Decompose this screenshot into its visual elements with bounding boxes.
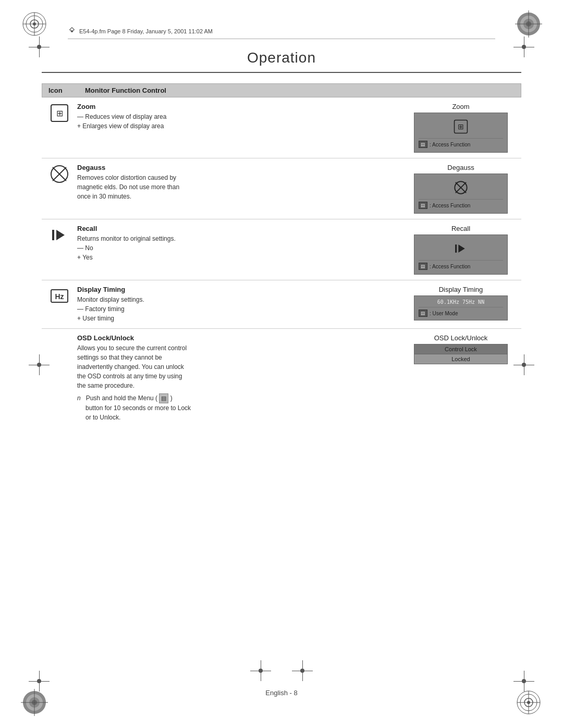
recall-icon	[48, 225, 71, 244]
recall-osd-box: ▤ : Access Function	[414, 235, 508, 275]
timing-preview-title: Display Timing	[439, 286, 483, 293]
recall-name: Recall	[77, 225, 407, 232]
zoom-osd-box: ⊞ ▤ : Access Function	[414, 113, 508, 153]
timing-name: Display Timing	[77, 286, 407, 293]
zoom-desc: — Reduces view of display area + Enlarge…	[77, 112, 407, 131]
degauss-osd-box: ▤ : Access Function	[414, 174, 508, 214]
function-text-zoom: Zoom — Reduces view of display area + En…	[77, 103, 407, 131]
table-header-function-col: Monitor Function Control	[85, 87, 166, 94]
hz-icon: Hz	[48, 286, 71, 305]
osd-lock-name: OSD Lock/Unlock	[77, 334, 407, 342]
function-text-degauss: Degauss Removes color distortion caused …	[77, 164, 407, 201]
degauss-osd-footer: ▤ : Access Function	[419, 199, 503, 209]
zoom-menu-icon: ▤	[419, 141, 427, 148]
osd-lock-icon-placeholder	[48, 334, 71, 335]
file-info-bar: E54-4p.fm Page 8 Friday, January 5, 2001…	[68, 27, 495, 39]
function-text-recall: Recall Returns monitor to original setti…	[77, 225, 407, 262]
recall-osd-footer: ▤ : Access Function	[419, 260, 503, 270]
zoom-icon: ⊞	[48, 103, 71, 122]
degauss-menu-icon: ▤	[419, 202, 427, 209]
table-row: ⊞ Zoom — Reduces view of display area + …	[42, 97, 521, 158]
degauss-osd-icon	[454, 180, 468, 195]
osd-lock-status-bar: Locked	[414, 354, 507, 364]
function-left-timing: Hz Display Timing Monitor display settin…	[42, 286, 407, 323]
osd-lock-title-bar: Control Lock	[414, 344, 507, 354]
corner-tr	[515, 10, 542, 39]
function-right-degauss: Degauss ▤ : Access Function	[407, 164, 521, 214]
degauss-desc: Removes color distortion caused by magne…	[77, 173, 407, 201]
crosshair-br	[513, 671, 534, 692]
svg-marker-37	[56, 230, 65, 240]
table-header-icon-col: Icon	[48, 87, 69, 94]
degauss-icon	[48, 164, 71, 183]
degauss-name: Degauss	[77, 164, 407, 171]
corner-tl	[21, 10, 48, 39]
recall-osd-icon	[454, 241, 468, 256]
svg-text:Hz: Hz	[55, 292, 64, 301]
zoom-osd-footer: ▤ : Access Function	[419, 138, 503, 148]
table-row: OSD Lock/Unlock Allows you to secure the…	[42, 329, 521, 427]
zoom-name: Zoom	[77, 103, 407, 110]
table-row: Recall Returns monitor to original setti…	[42, 219, 521, 280]
osd-lock-desc: Allows you to secure the current control…	[77, 343, 407, 422]
zoom-osd-icon: ⊞	[454, 119, 468, 134]
recall-menu-icon: ▤	[419, 263, 427, 270]
timing-menu-icon: ▤	[419, 310, 427, 317]
crosshair-bottom-mid-r	[292, 660, 313, 681]
degauss-preview-title: Degauss	[447, 164, 474, 171]
osd-lock-box: Control Lock Locked	[414, 344, 508, 364]
recall-desc: Returns monitor to original settings. — …	[77, 234, 407, 262]
menu-button-symbol: ▤	[159, 393, 168, 403]
function-text-timing: Display Timing Monitor display settings.…	[77, 286, 407, 323]
zoom-preview-title: Zoom	[452, 103, 469, 110]
table-row: Hz Display Timing Monitor display settin…	[42, 280, 521, 329]
main-content: Icon Monitor Function Control ⊞ Zoom — R…	[42, 83, 521, 665]
timing-desc: Monitor display settings. — Factory timi…	[77, 295, 407, 323]
function-left-degauss: Degauss Removes color distortion caused …	[42, 164, 407, 201]
svg-point-25	[71, 30, 73, 32]
function-left-zoom: ⊞ Zoom — Reduces view of display area + …	[42, 103, 407, 131]
function-right-recall: Recall ▤ : Access Function	[407, 225, 521, 275]
crosshair-bottom-mid-l	[250, 660, 271, 681]
svg-rect-36	[52, 230, 54, 240]
svg-text:⊞: ⊞	[56, 109, 63, 118]
function-right-timing: Display Timing 60.1KHz 75Hz NN ▤ : User …	[407, 286, 521, 320]
timing-osd-footer: ▤ : User Mode	[419, 307, 503, 317]
svg-point-5	[33, 22, 36, 26]
crosshair-bl	[29, 671, 50, 692]
osd-lock-preview-title: OSD Lock/Unlock	[434, 334, 488, 342]
timing-osd-text: 60.1KHz 75Hz NN	[419, 299, 503, 305]
svg-text:⊞: ⊞	[458, 122, 464, 131]
table-header: Icon Monitor Function Control	[42, 83, 521, 97]
svg-rect-38	[455, 244, 457, 253]
function-right-osd-lock: OSD Lock/Unlock Control Lock Locked	[407, 334, 521, 364]
function-left-recall: Recall Returns monitor to original setti…	[42, 225, 407, 262]
svg-point-23	[527, 701, 530, 704]
diamond-icon	[68, 27, 76, 35]
timing-osd-box: 60.1KHz 75Hz NN ▤ : User Mode	[414, 295, 508, 320]
page-number: English - 8	[0, 689, 563, 697]
function-right-zoom: Zoom ⊞ ▤ : Access Function	[407, 103, 521, 153]
function-text-osd-lock: OSD Lock/Unlock Allows you to secure the…	[77, 334, 407, 422]
recall-preview-title: Recall	[451, 225, 470, 232]
page-title: Operation	[0, 50, 563, 66]
file-info-text: E54-4p.fm Page 8 Friday, January 5, 2001…	[79, 28, 213, 34]
svg-marker-39	[458, 244, 464, 253]
function-left-osd-lock: OSD Lock/Unlock Allows you to secure the…	[42, 334, 407, 422]
title-rule	[42, 72, 521, 73]
table-row: Degauss Removes color distortion caused …	[42, 158, 521, 219]
